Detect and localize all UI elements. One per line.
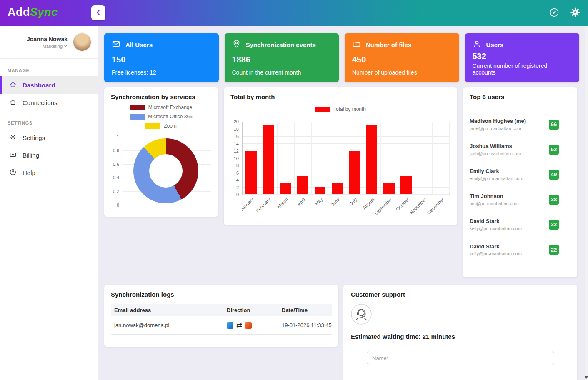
user-row[interactable]: Madison Hughes (me)jane@pn-manhattan.com…	[470, 112, 570, 137]
column-header-email: Email address	[111, 307, 223, 313]
mail-icon	[112, 40, 120, 50]
help-icon	[9, 168, 17, 177]
sidebar-item-connections[interactable]: Connections	[0, 94, 98, 111]
x-axis-label: June	[330, 197, 340, 207]
sidebar-section-settings: SETTINGS	[8, 120, 98, 125]
legend-label: Microsoft Office 365	[148, 114, 193, 120]
sidebar-item-label: Billing	[23, 152, 39, 159]
user-name: Tim Johnson	[470, 193, 519, 199]
logo-text-primary: Add	[8, 6, 30, 18]
chevron-left-icon	[95, 9, 102, 18]
home-icon	[9, 98, 17, 107]
support-name-input[interactable]	[367, 351, 554, 365]
top-users-title: Top 6 users	[470, 93, 570, 100]
collapse-sidebar-button[interactable]	[91, 5, 105, 20]
page-scrollbar[interactable]	[585, 26, 588, 380]
month-chart-title: Total by month	[230, 93, 450, 100]
legend-item[interactable]: Microsoft Office 365	[130, 114, 193, 120]
office-icon	[245, 322, 252, 329]
x-axis-label: April	[296, 197, 306, 207]
axis-tick-label: 16	[229, 134, 239, 139]
services-axis: 10.80.60.40.20	[110, 137, 121, 205]
bar-may	[315, 187, 325, 194]
exchange-icon	[227, 322, 233, 329]
sidebar-item-help[interactable]: Help	[0, 164, 98, 181]
stat-card-users[interactable]: Users 532 Current number of registered a…	[465, 33, 580, 82]
location-pin-icon	[232, 40, 241, 50]
legend-item[interactable]: Microsoft Exchange	[130, 105, 192, 110]
user-role-dropdown[interactable]: Marketing	[27, 44, 68, 49]
legend-item[interactable]: Zoom	[145, 123, 177, 129]
sync-logs-card: Synchronization logs Email address Direc…	[104, 285, 338, 347]
axis-tick-label: 18	[229, 127, 239, 132]
chevron-down-icon	[64, 44, 68, 49]
user-row[interactable]: David Starkkelly@pn-manhattan.com22	[470, 212, 570, 237]
avatar[interactable]	[73, 32, 92, 52]
bar-march	[280, 183, 291, 194]
user-count-badge: 38	[549, 195, 559, 205]
topbar-actions	[548, 0, 581, 26]
scroll-down-arrow-icon[interactable]	[585, 376, 588, 379]
axis-tick-label: 12	[229, 148, 239, 153]
axis-tick-label: 4	[229, 178, 239, 182]
waiting-time-text: Estimated waiting time: 21 minutes	[351, 333, 570, 340]
sync-logs-table: Email address Direction Date/Time jan.no…	[111, 304, 332, 335]
bar-october	[400, 176, 411, 195]
services-legend: Microsoft ExchangeMicrosoft Office 365Zo…	[111, 105, 211, 129]
sync-arrows-icon	[236, 322, 242, 329]
stat-value: 532	[473, 52, 572, 61]
bar-august	[366, 125, 377, 194]
bar-plot	[242, 122, 450, 195]
table-row[interactable]: jan.nowak@domena.pl 19-01-2026 11:33:45	[111, 316, 332, 335]
user-row[interactable]: Emily Clarkemily@pn-manhattan.com49	[470, 162, 570, 187]
legend-swatch	[145, 123, 160, 129]
user-name: David Stark	[470, 218, 522, 224]
explore-button[interactable]	[548, 7, 560, 19]
stat-subtitle: Count in the current month	[232, 69, 332, 76]
x-axis-label: March	[276, 197, 289, 209]
gear-icon	[570, 7, 581, 19]
sidebar-item-dashboard[interactable]: Dashboard	[0, 76, 98, 94]
column-header-direction: Direction	[223, 307, 278, 313]
axis-tick-label: 0.8	[108, 148, 119, 153]
services-chart-card: Synchronization by services Microsoft Ex…	[104, 88, 218, 217]
bar-january	[245, 151, 256, 194]
stat-subtitle: Free licenses: 12	[112, 69, 211, 76]
stat-card-sync-events[interactable]: Synchronization events 1886 Count in the…	[225, 33, 339, 82]
stat-card-files[interactable]: Number of files 450 Number of uploaded f…	[345, 33, 459, 82]
user-email: emily@pn-manhattan.com	[470, 176, 523, 181]
sidebar-item-label: Settings	[23, 134, 45, 141]
log-datetime: 19-01-2026 11:33:45	[278, 322, 332, 328]
axis-tick-label: 0	[108, 202, 119, 208]
user-row[interactable]: Joshua Williamsjosh@pn-manhattan.com52	[470, 137, 570, 162]
settings-button[interactable]	[569, 7, 581, 19]
sidebar-item-settings[interactable]: Settings	[0, 129, 98, 146]
top-users-card: Top 6 users Madison Hughes (me)jane@pn-m…	[463, 88, 577, 277]
x-axis-label: November	[409, 197, 427, 215]
user-email: kelly@pn-manhattan.com	[470, 251, 522, 256]
sidebar-item-label: Dashboard	[23, 82, 55, 89]
axis-tick-label: 6	[229, 170, 239, 175]
bar-legend[interactable]: Total by month	[230, 106, 450, 112]
sidebar-item-billing[interactable]: Billing	[0, 146, 98, 164]
sidebar-item-label: Help	[23, 169, 35, 176]
x-axis-label: January	[239, 197, 254, 212]
user-count-badge: 22	[549, 245, 559, 255]
bar-june	[332, 183, 343, 194]
stat-card-all-users[interactable]: All Users 150 Free licenses: 12	[104, 33, 219, 82]
user-row[interactable]: Tim Johnsontim@pn-manhattan.com38	[470, 187, 570, 212]
user-row[interactable]: David Starkkelly@pn-manhattan.com22	[470, 237, 570, 262]
user-count-badge: 52	[549, 145, 559, 155]
folder-icon	[352, 40, 361, 50]
user-name: Emily Clark	[470, 168, 523, 174]
services-donut	[133, 138, 198, 203]
log-email: jan.nowak@domena.pl	[111, 322, 223, 328]
axis-tick-label: 14	[229, 141, 239, 146]
x-axis-label: August	[362, 197, 375, 210]
customer-support-card: Customer support Estimated waiting time:…	[343, 285, 577, 380]
axis-tick-label: 20	[229, 119, 239, 124]
stat-subtitle: Current number of registered accounts	[473, 62, 572, 76]
bar-yaxis: 20181614121086420	[230, 122, 240, 195]
table-header-row: Email address Direction Date/Time	[111, 304, 332, 316]
user-email: josh@pn-manhattan.com	[470, 151, 521, 156]
